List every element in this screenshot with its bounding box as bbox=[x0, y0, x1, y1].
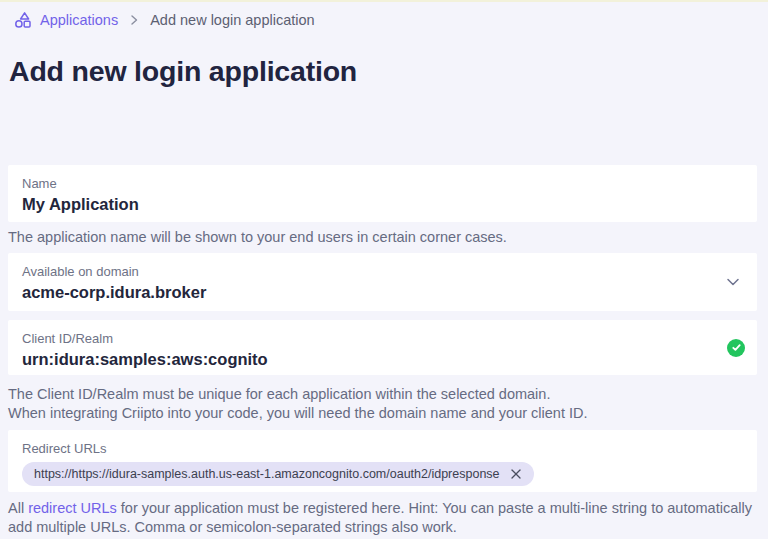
top-strip bbox=[0, 0, 768, 2]
redirect-urls-label: Redirect URLs bbox=[22, 440, 743, 457]
client-id-value: urn:idura:samples:aws:cognito bbox=[22, 349, 743, 370]
client-id-helper-text: The Client ID/Realm must be unique for e… bbox=[8, 385, 760, 422]
domain-label: Available on domain bbox=[22, 263, 743, 280]
check-circle-icon bbox=[727, 339, 745, 357]
redirect-helper-prefix: All bbox=[8, 500, 28, 516]
client-id-helper-line2: When integrating Criipto into your code,… bbox=[8, 405, 588, 421]
breadcrumb-link-applications[interactable]: Applications bbox=[14, 11, 118, 29]
chip-remove-x-icon[interactable] bbox=[509, 467, 523, 481]
name-input[interactable]: Name My Application bbox=[8, 165, 757, 222]
redirect-url-chip-text: https://https://idura-samples.auth.us-ea… bbox=[34, 466, 500, 482]
redirect-urls-input[interactable]: Redirect URLs https://https://idura-samp… bbox=[8, 430, 757, 492]
chevron-right-icon bbox=[127, 13, 141, 27]
redirect-url-chip: https://https://idura-samples.auth.us-ea… bbox=[22, 462, 534, 486]
redirect-helper-suffix: for your application must be registered … bbox=[8, 500, 752, 535]
name-value: My Application bbox=[22, 194, 743, 215]
breadcrumb-root-label: Applications bbox=[40, 12, 118, 28]
redirect-url-chip-row: https://https://idura-samples.auth.us-ea… bbox=[22, 462, 743, 486]
client-id-label: Client ID/Realm bbox=[22, 330, 743, 347]
redirect-urls-helper-text: All redirect URLs for your application m… bbox=[8, 499, 760, 536]
chevron-down-icon[interactable] bbox=[724, 273, 742, 291]
domain-select[interactable]: Available on domain acme-corp.idura.brok… bbox=[8, 253, 757, 311]
redirect-urls-link[interactable]: redirect URLs bbox=[28, 500, 117, 516]
page-title: Add new login application bbox=[9, 55, 357, 88]
breadcrumb: Applications Add new login application bbox=[14, 11, 315, 29]
client-id-helper-line1: The Client ID/Realm must be unique for e… bbox=[8, 386, 550, 402]
name-label: Name bbox=[22, 175, 743, 192]
name-helper-text: The application name will be shown to yo… bbox=[8, 228, 760, 247]
shapes-icon bbox=[14, 11, 32, 29]
client-id-input[interactable]: Client ID/Realm urn:idura:samples:aws:co… bbox=[8, 320, 757, 375]
breadcrumb-current-label: Add new login application bbox=[150, 12, 314, 28]
domain-value: acme-corp.idura.broker bbox=[22, 282, 743, 303]
